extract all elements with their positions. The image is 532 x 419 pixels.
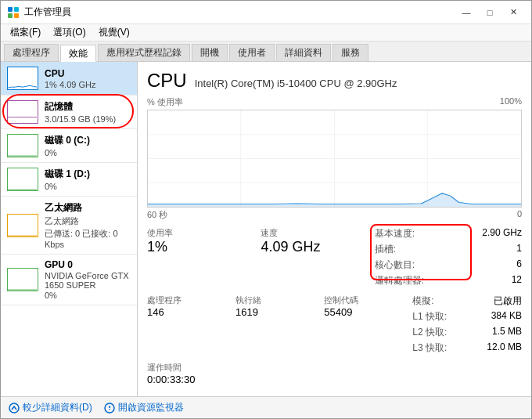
cores-label: 核心數目: [375, 258, 415, 272]
disk0-label: 磁碟 0 (C:) [45, 134, 131, 147]
virtualization-label: 模擬: [412, 294, 433, 308]
utilization-value: 1% [147, 239, 245, 256]
collapse-label: 較少詳細資料(D) [23, 401, 92, 414]
menu-file[interactable]: 檔案(F) [4, 24, 47, 41]
handles-label: 控制代碼 [324, 294, 397, 306]
panel-subtitle: Intel(R) Core(TM) i5-10400 CPU @ 2.90GHz [195, 78, 397, 89]
disk0-info: 磁碟 0 (C:) 0% [45, 134, 131, 157]
virtualization-value: 已啟用 [494, 294, 522, 308]
title-bar-left: 工作管理員 [7, 5, 71, 19]
svg-rect-2 [8, 13, 13, 18]
logical-label: 邏輯處理器: [375, 274, 424, 287]
logical-value: 12 [512, 274, 522, 287]
tab-bar: 處理程序 效能 應用程式歷程記錄 開機 使用者 詳細資料 服務 [1, 42, 531, 62]
main-content: CPU 1% 4.09 GHz 記憶體 3.0/15.9 GB (19%) [1, 62, 531, 396]
logical-row: 邏輯處理器: 12 [375, 274, 522, 287]
gpu-usage: 0% [45, 291, 131, 300]
svg-point-14 [109, 409, 110, 410]
title-bar-controls: — □ ✕ [455, 5, 525, 20]
tab-services[interactable]: 服務 [332, 44, 368, 61]
l3-value: 12.0 MB [487, 341, 522, 355]
tab-startup[interactable]: 開機 [192, 44, 228, 61]
processes-value: 146 [147, 306, 220, 318]
collapse-link[interactable]: 較少詳細資料(D) [9, 401, 92, 414]
threads-label: 執行緒 [235, 294, 308, 306]
uptime-stat: 運作時間 0:00:33:30 [147, 362, 522, 385]
sidebar-item-network[interactable]: 乙太網路 乙太網路 已傳送: 0 已接收: 0 Kbps [1, 197, 137, 255]
memory-label: 記憶體 [45, 100, 131, 114]
uptime-row: 運作時間 0:00:33:30 [147, 362, 522, 385]
gpu-info: GPU 0 NVIDIA GeForce GTX 1650 SUPER 0% [45, 259, 131, 300]
chart-y-label: % 使用率 [147, 96, 183, 108]
network-stats: 已傳送: 0 已接收: 0 Kbps [45, 228, 131, 249]
sidebar-item-memory[interactable]: 記憶體 3.0/15.9 GB (19%) [1, 96, 137, 129]
uptime-label: 運作時間 [147, 362, 522, 374]
processes-stat: 處理程序 146 [147, 294, 220, 357]
disk1-label: 磁碟 1 (D:) [45, 168, 131, 181]
speed-stat: 速度 4.09 GHz [261, 227, 358, 290]
gpu-model: NVIDIA GeForce GTX 1650 SUPER [45, 271, 131, 290]
cpu-thumb [7, 67, 38, 90]
network-type: 乙太網路 [45, 215, 131, 227]
panel-header: CPU Intel(R) Core(TM) i5-10400 CPU @ 2.9… [147, 70, 522, 92]
base-speed-row: 基本速度: 2.90 GHz [375, 227, 522, 240]
virtualization-row: 模擬: 已啟用 [412, 294, 522, 308]
memory-info: 記憶體 3.0/15.9 GB (19%) [45, 100, 131, 124]
cores-row: 核心數目: 6 [375, 258, 522, 272]
chart-label-row: % 使用率 100% [147, 96, 522, 108]
tab-performance[interactable]: 效能 [60, 45, 96, 62]
cpu-chart [147, 110, 522, 208]
handles-value: 55409 [324, 306, 397, 318]
close-button[interactable]: ✕ [501, 5, 525, 20]
app-icon [7, 6, 20, 19]
menu-view[interactable]: 視覺(V) [92, 24, 136, 41]
sidebar-item-gpu[interactable]: GPU 0 NVIDIA GeForce GTX 1650 SUPER 0% [1, 255, 137, 305]
open-resource-monitor-label: 開啟資源監視器 [118, 401, 184, 414]
right-panel: CPU Intel(R) Core(TM) i5-10400 CPU @ 2.9… [138, 62, 531, 396]
chart-time-row: 60 秒 0 [147, 209, 522, 221]
resource-monitor-icon [104, 403, 115, 414]
l1-row: L1 快取: 384 KB [412, 310, 522, 323]
network-thumb [7, 214, 38, 237]
chart-x-label: 60 秒 [147, 209, 167, 221]
network-info: 乙太網路 乙太網路 已傳送: 0 已接收: 0 Kbps [45, 201, 131, 249]
tab-details[interactable]: 詳細資料 [276, 44, 331, 61]
menu-options[interactable]: 選項(O) [47, 24, 92, 41]
utilization-stat: 使用率 1% [147, 227, 245, 290]
memory-usage: 3.0/15.9 GB (19%) [45, 114, 131, 124]
base-speed-value: 2.90 GHz [482, 227, 522, 240]
gpu-label: GPU 0 [45, 259, 131, 270]
disk1-usage: 0% [45, 182, 131, 191]
svg-rect-1 [14, 7, 19, 12]
minimize-button[interactable]: — [455, 5, 478, 20]
tab-processes[interactable]: 處理程序 [4, 44, 59, 61]
l2-row: L2 快取: 1.5 MB [412, 326, 522, 339]
svg-rect-0 [8, 7, 13, 12]
sidebar: CPU 1% 4.09 GHz 記憶體 3.0/15.9 GB (19%) [1, 62, 138, 396]
specs-section: 基本速度: 2.90 GHz 插槽: 1 核心數目: 6 邏輯處理器: [375, 227, 522, 290]
cache-specs: 模擬: 已啟用 L1 快取: 384 KB L2 快取: 1.5 MB L3 快… [412, 294, 522, 357]
chart-y-max: 100% [500, 96, 522, 108]
window-title: 工作管理員 [24, 5, 71, 19]
menu-bar: 檔案(F) 選項(O) 視覺(V) [1, 24, 531, 42]
tab-users[interactable]: 使用者 [229, 44, 275, 61]
sidebar-item-disk1[interactable]: 磁碟 1 (D:) 0% [1, 163, 137, 197]
sockets-value: 1 [516, 243, 522, 256]
sidebar-item-cpu[interactable]: CPU 1% 4.09 GHz [1, 62, 137, 96]
svg-point-11 [9, 403, 19, 413]
l2-value: 1.5 MB [492, 326, 522, 339]
maximize-button[interactable]: □ [478, 5, 501, 20]
sidebar-item-disk0[interactable]: 磁碟 0 (C:) 0% [1, 129, 137, 163]
l2-label: L2 快取: [412, 326, 447, 339]
cpu-info: CPU 1% 4.09 GHz [45, 68, 131, 89]
processes-label: 處理程序 [147, 294, 220, 306]
threads-value: 1619 [235, 306, 308, 318]
open-resource-monitor-link[interactable]: 開啟資源監視器 [104, 401, 184, 414]
gpu-thumb [7, 268, 38, 291]
tab-apphistory[interactable]: 應用程式歷程記錄 [98, 44, 190, 61]
sockets-row: 插槽: 1 [375, 243, 522, 256]
l3-label: L3 快取: [412, 341, 447, 355]
chart-x-right: 0 [517, 209, 522, 221]
handles-stat: 控制代碼 55409 [324, 294, 397, 357]
utilization-label: 使用率 [147, 227, 245, 239]
